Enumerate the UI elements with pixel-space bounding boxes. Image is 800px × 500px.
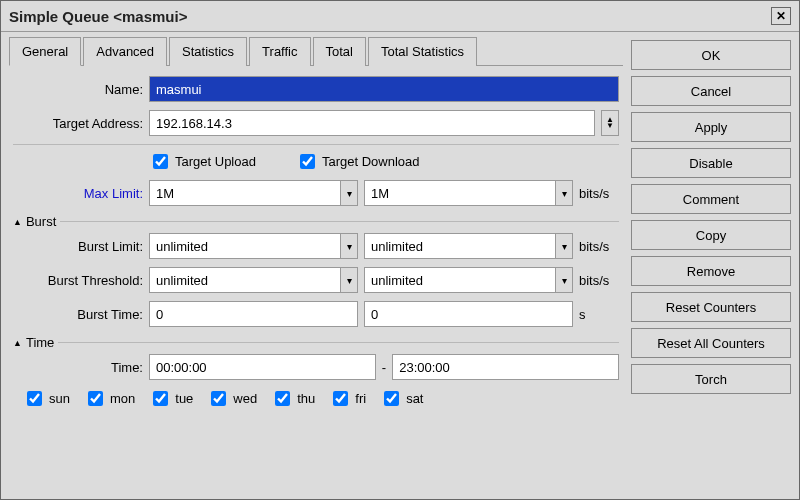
section-line	[60, 221, 619, 222]
dropdown-icon[interactable]: ▾	[340, 233, 358, 259]
simple-queue-window: Simple Queue <masmui> ✕ General Advanced…	[0, 0, 800, 500]
time-separator: -	[382, 360, 386, 375]
divider	[13, 144, 619, 145]
cancel-button[interactable]: Cancel	[631, 76, 791, 106]
label-burst-limit: Burst Limit:	[13, 239, 143, 254]
reset-counters-button[interactable]: Reset Counters	[631, 292, 791, 322]
row-name: Name:	[13, 76, 619, 102]
name-input[interactable]	[149, 76, 619, 102]
max-limit-up-input[interactable]	[149, 180, 340, 206]
disable-button[interactable]: Disable	[631, 148, 791, 178]
label-max-limit: Max Limit:	[13, 186, 143, 201]
dropdown-icon[interactable]: ▾	[555, 233, 573, 259]
section-time: ▲ Time	[13, 335, 619, 350]
unit-bits: bits/s	[579, 186, 619, 201]
apply-button[interactable]: Apply	[631, 112, 791, 142]
form-area: Name: Target Address: ▲▼ Target Upload	[9, 66, 623, 413]
comment-button[interactable]: Comment	[631, 184, 791, 214]
burst-threshold-down-combo[interactable]: ▾	[364, 267, 573, 293]
unit-bits: bits/s	[579, 239, 619, 254]
row-burst-limit: Burst Limit: ▾ ▾ bits/s	[13, 233, 619, 259]
tab-advanced[interactable]: Advanced	[83, 37, 167, 66]
label-target-address: Target Address:	[13, 116, 143, 131]
ok-button[interactable]: OK	[631, 40, 791, 70]
dropdown-icon[interactable]: ▾	[555, 180, 573, 206]
window-body: General Advanced Statistics Traffic Tota…	[1, 32, 799, 499]
day-sun[interactable]: sun	[23, 388, 70, 409]
day-mon[interactable]: mon	[84, 388, 135, 409]
target-address-spinner[interactable]: ▲▼	[601, 110, 619, 136]
label-name: Name:	[13, 82, 143, 97]
time-to-input[interactable]	[392, 354, 619, 380]
target-download-check[interactable]: Target Download	[296, 151, 420, 172]
day-fri[interactable]: fri	[329, 388, 366, 409]
copy-button[interactable]: Copy	[631, 220, 791, 250]
burst-limit-down-input[interactable]	[364, 233, 555, 259]
row-target-address: Target Address: ▲▼	[13, 110, 619, 136]
burst-section-label: Burst	[26, 214, 56, 229]
row-max-limit: Max Limit: ▾ ▾ bits/s	[13, 180, 619, 206]
section-burst: ▲ Burst	[13, 214, 619, 229]
tab-bar: General Advanced Statistics Traffic Tota…	[9, 36, 623, 66]
row-target-checks: Target Upload Target Download	[13, 151, 619, 172]
burst-threshold-up-combo[interactable]: ▾	[149, 267, 358, 293]
label-burst-time: Burst Time:	[13, 307, 143, 322]
time-from-input[interactable]	[149, 354, 376, 380]
target-download-label: Target Download	[322, 154, 420, 169]
row-time: Time: -	[13, 354, 619, 380]
target-upload-check[interactable]: Target Upload	[149, 151, 256, 172]
burst-threshold-up-input[interactable]	[149, 267, 340, 293]
burst-threshold-down-input[interactable]	[364, 267, 555, 293]
target-upload-checkbox[interactable]	[153, 154, 168, 169]
target-download-checkbox[interactable]	[300, 154, 315, 169]
label-time: Time:	[13, 360, 143, 375]
torch-button[interactable]: Torch	[631, 364, 791, 394]
day-thu[interactable]: thu	[271, 388, 315, 409]
days-row: sun mon tue wed thu fri sat	[13, 388, 619, 409]
max-limit-down-combo[interactable]: ▾	[364, 180, 573, 206]
row-burst-threshold: Burst Threshold: ▾ ▾ bits/s	[13, 267, 619, 293]
main-panel: General Advanced Statistics Traffic Tota…	[9, 36, 623, 491]
section-line	[58, 342, 619, 343]
target-address-input[interactable]	[149, 110, 595, 136]
unit-s: s	[579, 307, 619, 322]
burst-limit-up-input[interactable]	[149, 233, 340, 259]
collapse-icon[interactable]: ▲	[13, 217, 22, 227]
burst-time-down-input[interactable]	[364, 301, 573, 327]
time-section-label: Time	[26, 335, 54, 350]
max-limit-down-input[interactable]	[364, 180, 555, 206]
reset-all-counters-button[interactable]: Reset All Counters	[631, 328, 791, 358]
day-wed[interactable]: wed	[207, 388, 257, 409]
remove-button[interactable]: Remove	[631, 256, 791, 286]
tab-general[interactable]: General	[9, 37, 81, 66]
max-limit-up-combo[interactable]: ▾	[149, 180, 358, 206]
burst-limit-down-combo[interactable]: ▾	[364, 233, 573, 259]
target-upload-label: Target Upload	[175, 154, 256, 169]
row-burst-time: Burst Time: s	[13, 301, 619, 327]
day-tue[interactable]: tue	[149, 388, 193, 409]
collapse-icon[interactable]: ▲	[13, 338, 22, 348]
burst-time-up-input[interactable]	[149, 301, 358, 327]
close-button[interactable]: ✕	[771, 7, 791, 25]
window-title: Simple Queue <masmui>	[9, 8, 187, 25]
titlebar: Simple Queue <masmui> ✕	[1, 1, 799, 32]
day-sat[interactable]: sat	[380, 388, 423, 409]
side-buttons: OK Cancel Apply Disable Comment Copy Rem…	[631, 36, 791, 491]
label-burst-threshold: Burst Threshold:	[13, 273, 143, 288]
tab-total[interactable]: Total	[313, 37, 366, 66]
dropdown-icon[interactable]: ▾	[555, 267, 573, 293]
unit-bits: bits/s	[579, 273, 619, 288]
tab-statistics[interactable]: Statistics	[169, 37, 247, 66]
burst-limit-up-combo[interactable]: ▾	[149, 233, 358, 259]
tab-traffic[interactable]: Traffic	[249, 37, 310, 66]
dropdown-icon[interactable]: ▾	[340, 180, 358, 206]
tab-total-statistics[interactable]: Total Statistics	[368, 37, 477, 66]
dropdown-icon[interactable]: ▾	[340, 267, 358, 293]
